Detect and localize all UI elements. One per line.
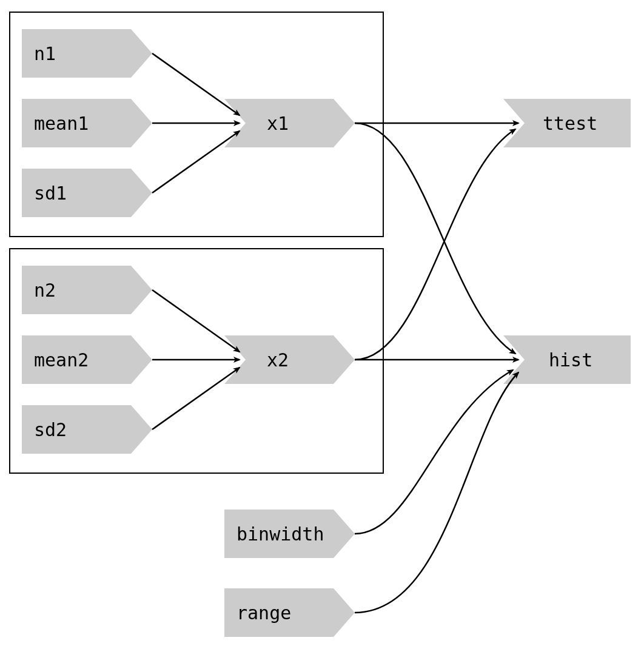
edge-range-hist <box>355 372 518 613</box>
node-ttest: ttest <box>503 99 631 147</box>
edge-binwidth-hist <box>355 370 513 534</box>
node-sd1: sd1 <box>22 169 152 217</box>
node-ttest-label: ttest <box>543 113 597 134</box>
node-hist: hist <box>503 335 631 384</box>
node-hist-label: hist <box>549 349 592 371</box>
node-range-label: range <box>236 602 291 624</box>
node-n2-label: n2 <box>34 280 56 301</box>
edge-n1-x1 <box>152 53 240 115</box>
node-x2-label: x2 <box>267 349 289 371</box>
node-x1-label: x1 <box>267 113 289 134</box>
node-mean1: mean1 <box>22 99 152 147</box>
node-sd1-label: sd1 <box>34 183 67 204</box>
node-binwidth-label: binwidth <box>236 523 324 545</box>
node-mean2-label: mean2 <box>34 349 89 371</box>
edge-sd2-x2 <box>152 368 240 429</box>
node-mean1-label: mean1 <box>34 113 89 134</box>
node-binwidth: binwidth <box>224 510 355 558</box>
edge-n2-x2 <box>152 290 240 352</box>
node-mean2: mean2 <box>22 335 152 384</box>
dependency-diagram: n1 mean1 sd1 x1 n2 mean2 sd2 x2 binwidth… <box>0 0 644 666</box>
node-x2: x2 <box>224 335 355 384</box>
node-sd2: sd2 <box>22 405 152 454</box>
node-n1: n1 <box>22 29 152 78</box>
node-n1-label: n1 <box>34 43 56 64</box>
node-range: range <box>224 588 355 637</box>
node-x1: x1 <box>224 99 355 147</box>
node-sd2-label: sd2 <box>34 419 67 440</box>
edge-sd1-x1 <box>152 131 240 193</box>
node-n2: n2 <box>22 266 152 314</box>
edge-x1-hist <box>355 123 515 354</box>
edge-x2-ttest <box>355 129 515 360</box>
